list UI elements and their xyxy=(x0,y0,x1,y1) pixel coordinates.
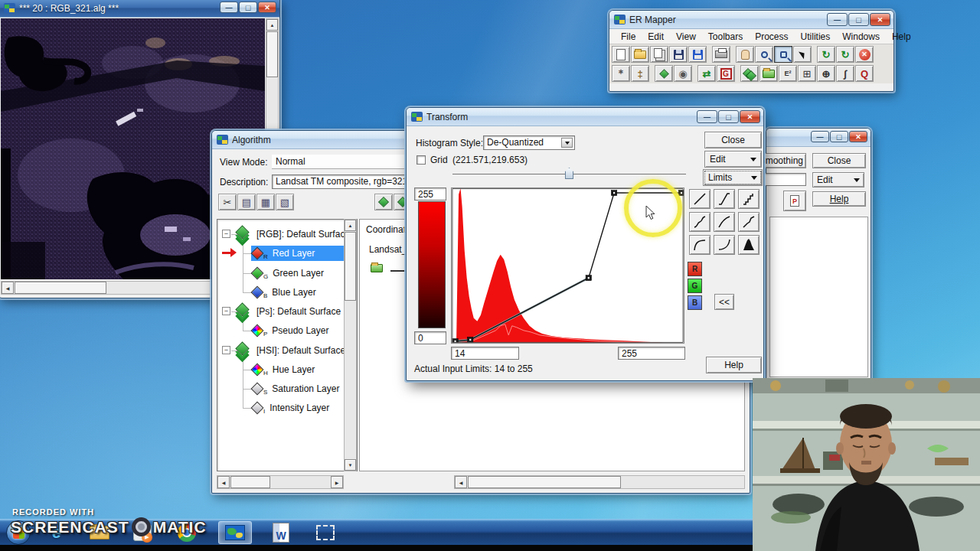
minimize-button[interactable] xyxy=(697,110,717,123)
red-channel-button[interactable]: R xyxy=(688,262,702,276)
page-setup-grid-button[interactable]: ⊞ xyxy=(798,65,816,82)
tree-expander-icon[interactable]: − xyxy=(222,307,230,315)
refresh-image-button[interactable]: ↻ xyxy=(817,46,835,63)
measure-tool-button[interactable]: ‡ xyxy=(631,65,649,82)
tree-item-hue-layer[interactable]: HHue Layer xyxy=(253,361,315,378)
preset-s-curve-button[interactable] xyxy=(689,212,710,232)
edit-dropdown[interactable]: Edit xyxy=(812,172,864,187)
close-transform-button[interactable]: Close xyxy=(704,132,762,148)
help-button[interactable]: Help xyxy=(706,357,762,373)
output-max-field[interactable]: 255 xyxy=(414,187,446,201)
tree-expander-icon[interactable]: − xyxy=(222,230,230,238)
menu-toolbars[interactable]: Toolbars xyxy=(703,31,748,43)
stop-button[interactable]: ✕ xyxy=(855,46,874,63)
taskbar-microsoft-word[interactable]: W xyxy=(264,521,298,544)
tree-item-intensity-layer[interactable]: IIntensity Layer xyxy=(253,399,329,416)
tree-item-hsi-default-surface[interactable]: [HSI]: Default Surface xyxy=(237,342,345,359)
paste-button[interactable]: ▦ xyxy=(256,194,275,210)
tree-item-pseudo-layer[interactable]: PPseudo Layer xyxy=(253,322,328,339)
formula-page-button[interactable]: P xyxy=(783,191,806,211)
maximize-button[interactable] xyxy=(718,110,739,123)
er-mapper-titlebar[interactable]: ER Mapper xyxy=(609,11,893,29)
annotate-shape-button[interactable] xyxy=(655,65,673,82)
open-algorithm-folder-button[interactable] xyxy=(760,65,778,82)
grid-checkbox[interactable] xyxy=(416,155,426,165)
menu-file[interactable]: File xyxy=(616,31,641,43)
output-min-field[interactable]: 0 xyxy=(414,331,446,344)
blue-channel-button[interactable]: B xyxy=(688,295,702,310)
tree-expander-icon[interactable]: − xyxy=(222,346,230,354)
close-button[interactable] xyxy=(870,13,890,26)
preset-inverse-log-button[interactable] xyxy=(714,235,735,255)
close-button[interactable] xyxy=(740,110,760,123)
taskbar-er-mapper-active[interactable] xyxy=(218,521,252,544)
print-button[interactable] xyxy=(712,46,730,63)
limits-dropdown[interactable]: Limits xyxy=(703,169,763,186)
menu-view[interactable]: View xyxy=(671,31,701,43)
close-button[interactable] xyxy=(258,2,276,13)
menu-windows[interactable]: Windows xyxy=(837,31,885,43)
input-min-field[interactable]: 14 xyxy=(451,347,519,360)
scroll-thumb[interactable] xyxy=(230,476,270,488)
panel-horizontal-scrollbar[interactable]: ◀ xyxy=(454,475,745,489)
minimize-button[interactable] xyxy=(827,13,848,26)
close-button2[interactable]: Close xyxy=(812,153,866,168)
formula-editor-button[interactable]: E² xyxy=(779,65,797,82)
scroll-thumb[interactable] xyxy=(345,232,356,301)
copy-pages-button[interactable] xyxy=(650,46,668,63)
geocode-grid-button[interactable]: G xyxy=(717,65,735,82)
pointer-arrow-button[interactable] xyxy=(793,46,812,63)
menu-process[interactable]: Process xyxy=(750,31,793,43)
tree-item-saturation-layer[interactable]: SSaturation Layer xyxy=(253,380,339,397)
histogram-style-dropdown[interactable]: De-Quantized xyxy=(483,135,575,150)
image-window-titlebar[interactable]: *** 20 : RGB_321.alg *** xyxy=(0,0,279,18)
edit-dropdown[interactable]: Edit xyxy=(704,151,762,168)
dropdown-arrow-icon[interactable] xyxy=(561,138,573,148)
help-button[interactable]: Help xyxy=(812,191,866,207)
green-channel-button[interactable]: G xyxy=(688,279,702,293)
edit-wand-button[interactable]: ＊ xyxy=(612,65,630,82)
copy-button[interactable]: ▤ xyxy=(237,194,256,210)
cellvalue-probe-button[interactable]: ◉ xyxy=(674,65,692,82)
tree-horizontal-scrollbar[interactable]: ◀ ▶ xyxy=(217,475,344,489)
maximize-button[interactable] xyxy=(848,13,869,26)
scroll-thumb[interactable] xyxy=(468,476,621,488)
transform-curve-button[interactable]: ∫ xyxy=(836,65,854,82)
maximize-button[interactable] xyxy=(239,2,257,13)
scroll-thumb[interactable] xyxy=(15,282,106,294)
quick-zoom-button[interactable]: Q xyxy=(855,65,874,82)
save-dataset-button[interactable] xyxy=(374,194,393,210)
open-folder-button[interactable] xyxy=(631,46,649,63)
geolink-target-button[interactable]: ⊕ xyxy=(817,65,835,82)
save-as-disk-button[interactable] xyxy=(688,46,707,63)
secondary-dialog-titlebar[interactable] xyxy=(766,129,871,147)
preset-steps-button[interactable] xyxy=(738,189,760,209)
scroll-left-arrow[interactable]: ◀ xyxy=(217,476,230,488)
cut-button[interactable]: ✂ xyxy=(218,194,237,210)
dataset-folder-icon[interactable] xyxy=(371,264,383,275)
new-page-button[interactable] xyxy=(612,46,630,63)
algorithm-sheets-button[interactable] xyxy=(740,65,759,82)
menu-help[interactable]: Help xyxy=(887,31,916,43)
maximize-button[interactable] xyxy=(830,131,848,142)
pan-hand-button[interactable] xyxy=(736,46,754,63)
zoom-box-button[interactable] xyxy=(774,46,792,63)
scroll-right-arrow[interactable]: ▶ xyxy=(331,476,343,488)
tree-item-rgb-default-surface[interactable]: [RGB]: Default Surface xyxy=(237,226,350,243)
menu-edit[interactable]: Edit xyxy=(642,31,669,43)
image-to-dataset-button[interactable]: ⇄ xyxy=(697,65,716,82)
scroll-down-arrow[interactable]: ▼ xyxy=(345,459,356,471)
preset-gamma-curve-button[interactable] xyxy=(714,212,735,232)
tree-item-ps-default-surface[interactable]: [Ps]: Default Surface xyxy=(237,303,341,320)
preset-steep-linear-button[interactable] xyxy=(714,189,735,209)
scroll-left-arrow[interactable]: ◀ xyxy=(2,282,14,294)
paste-layer-button[interactable]: ▧ xyxy=(276,194,294,210)
collapse-button[interactable]: << xyxy=(714,294,734,310)
close-button[interactable] xyxy=(849,131,867,142)
minimize-button[interactable] xyxy=(811,131,829,142)
minimize-button[interactable] xyxy=(220,2,238,13)
smoothing-value-field[interactable] xyxy=(762,173,806,186)
preset-log-curve-button[interactable] xyxy=(689,235,710,255)
scroll-left-arrow[interactable]: ◀ xyxy=(455,476,467,488)
refresh-transform-button[interactable]: ↻ xyxy=(836,46,854,63)
